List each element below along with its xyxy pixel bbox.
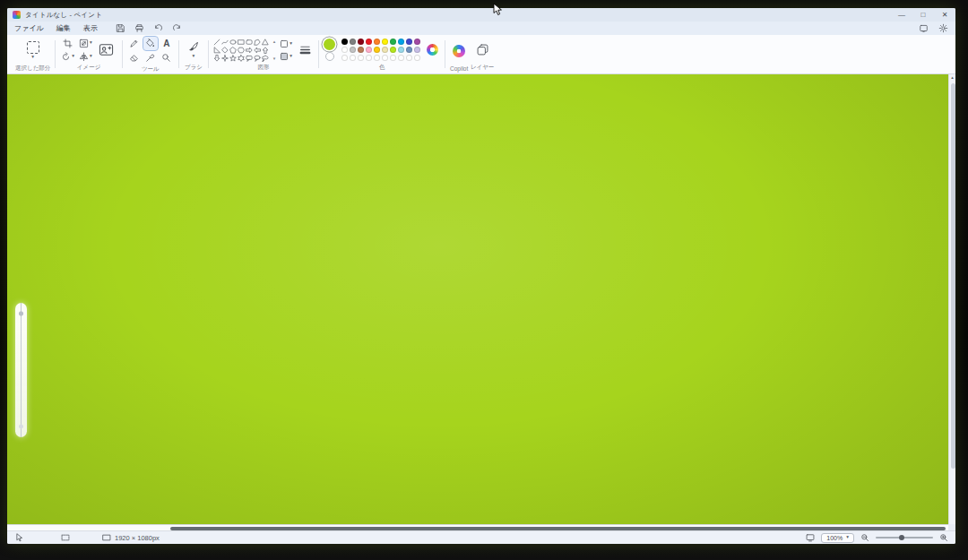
drawing-canvas[interactable] xyxy=(7,74,948,524)
color-swatch[interactable] xyxy=(366,55,372,61)
color-swatch[interactable] xyxy=(390,39,396,45)
color-swatch[interactable] xyxy=(382,47,388,53)
color-swatch[interactable] xyxy=(366,47,372,53)
color-swatch[interactable] xyxy=(398,55,404,61)
shape-oval[interactable] xyxy=(229,38,238,46)
copilot-button[interactable]: Copilot xyxy=(447,37,471,73)
vertical-scrollbar-thumb[interactable] xyxy=(951,83,955,469)
undo-icon[interactable] xyxy=(153,23,164,34)
shapes-scroll-down-icon[interactable]: ▾ xyxy=(273,56,276,61)
vertical-scrollbar[interactable]: ▴ xyxy=(948,74,955,524)
color-swatch[interactable] xyxy=(390,47,396,53)
color-swatch[interactable] xyxy=(341,47,348,53)
menu-file[interactable]: ファイル xyxy=(14,23,44,33)
color2-well[interactable] xyxy=(325,52,334,61)
shape-five-point-star[interactable] xyxy=(229,54,238,62)
color-swatch[interactable] xyxy=(382,39,388,45)
color-swatch[interactable] xyxy=(414,55,420,61)
flip-button[interactable]: ▾ xyxy=(78,50,93,63)
print-icon[interactable] xyxy=(134,23,145,34)
color-swatch[interactable] xyxy=(406,47,412,53)
shape-right-triangle[interactable] xyxy=(213,46,221,54)
color-swatch[interactable] xyxy=(414,47,420,53)
menu-view[interactable]: 表示 xyxy=(83,23,98,33)
chevron-down-icon[interactable]: ▾ xyxy=(72,54,74,59)
shape-outline-dropdown[interactable]: ▾ xyxy=(279,39,293,49)
magnifier-tool[interactable] xyxy=(160,51,174,65)
shape-down-arrow[interactable] xyxy=(213,54,221,62)
shape-pentagon[interactable] xyxy=(229,46,238,54)
close-button[interactable]: ✕ xyxy=(934,8,955,22)
color-swatch[interactable] xyxy=(374,39,380,45)
pencil-tool[interactable] xyxy=(127,37,142,50)
color-swatch[interactable] xyxy=(350,55,356,61)
crop-button[interactable] xyxy=(60,37,75,49)
chevron-down-icon[interactable]: ▾ xyxy=(90,54,92,59)
edit-colors-button[interactable] xyxy=(424,39,440,62)
settings-gear-icon[interactable] xyxy=(938,23,948,34)
remove-background-button[interactable] xyxy=(96,39,117,62)
color-swatch[interactable] xyxy=(358,55,364,61)
color-swatch[interactable] xyxy=(398,47,404,53)
color-swatch[interactable] xyxy=(374,47,380,53)
shape-rectangle[interactable] xyxy=(238,38,246,46)
shapes-scroll-up-icon[interactable]: ▴ xyxy=(273,39,276,44)
shape-six-point-star[interactable] xyxy=(238,54,246,62)
shape-curve[interactable] xyxy=(221,38,229,46)
shape-oval-callout[interactable] xyxy=(254,54,262,62)
color-swatch[interactable] xyxy=(398,39,404,45)
layers-button[interactable]: レイヤー xyxy=(471,37,494,73)
minimize-button[interactable]: — xyxy=(891,8,912,22)
chevron-down-icon[interactable]: ▾ xyxy=(192,54,194,59)
chevron-down-icon[interactable]: ▾ xyxy=(290,54,292,59)
color-swatch[interactable] xyxy=(406,55,412,61)
redo-icon[interactable] xyxy=(172,23,183,34)
rotate-button[interactable]: ▾ xyxy=(60,50,75,63)
shape-left-arrow[interactable] xyxy=(254,46,262,54)
color-swatch[interactable] xyxy=(390,55,396,61)
zoom-in-icon[interactable] xyxy=(939,533,948,542)
color-swatch[interactable] xyxy=(358,47,364,53)
resize-button[interactable]: ▾ xyxy=(78,37,93,49)
shape-rounded-callout[interactable] xyxy=(246,54,254,62)
brush-button[interactable]: ▾ xyxy=(184,38,203,63)
zoom-level-dropdown[interactable]: 100% ▾ xyxy=(821,533,854,543)
text-tool[interactable]: A xyxy=(160,37,174,50)
zoom-slider-knob[interactable] xyxy=(899,535,904,540)
shape-right-arrow[interactable] xyxy=(246,46,254,54)
color-swatch[interactable] xyxy=(406,39,412,45)
color-swatch[interactable] xyxy=(414,39,420,45)
horizontal-scrollbar-thumb[interactable] xyxy=(170,527,946,530)
color-swatch[interactable] xyxy=(350,47,356,53)
shape-rounded-rectangle[interactable] xyxy=(246,38,254,46)
selection-tool-button[interactable]: ▾ xyxy=(19,37,48,64)
chevron-down-icon[interactable]: ▾ xyxy=(90,40,92,46)
shape-diamond[interactable] xyxy=(221,46,229,54)
color-swatch[interactable] xyxy=(341,39,348,45)
scroll-up-icon[interactable]: ▴ xyxy=(949,75,955,80)
fit-to-screen-icon[interactable] xyxy=(806,533,815,542)
shape-hexagon[interactable] xyxy=(238,46,246,54)
stroke-size-button[interactable] xyxy=(296,39,314,62)
shape-line[interactable] xyxy=(213,38,221,46)
color-swatch[interactable] xyxy=(358,39,364,45)
color-swatch[interactable] xyxy=(374,55,380,61)
color-swatch[interactable] xyxy=(382,55,388,61)
color1-well[interactable] xyxy=(324,39,335,50)
color-swatch[interactable] xyxy=(366,39,372,45)
color-swatch[interactable] xyxy=(350,39,356,45)
save-icon[interactable] xyxy=(116,23,126,34)
shape-triangle[interactable] xyxy=(262,38,270,46)
eraser-tool[interactable] xyxy=(127,51,142,65)
maximize-button[interactable]: □ xyxy=(912,8,934,22)
feedback-icon[interactable] xyxy=(918,23,929,34)
shape-polygon[interactable] xyxy=(254,38,262,46)
color-swatch[interactable] xyxy=(341,55,348,61)
color-picker-tool[interactable] xyxy=(143,51,158,65)
shape-cloud-callout[interactable] xyxy=(262,54,270,62)
shape-up-arrow[interactable] xyxy=(262,46,270,54)
zoom-slider[interactable] xyxy=(876,537,933,538)
shape-fill-dropdown[interactable]: ▾ xyxy=(279,51,293,62)
zoom-out-icon[interactable] xyxy=(860,533,869,542)
menu-edit[interactable]: 編集 xyxy=(56,23,71,33)
